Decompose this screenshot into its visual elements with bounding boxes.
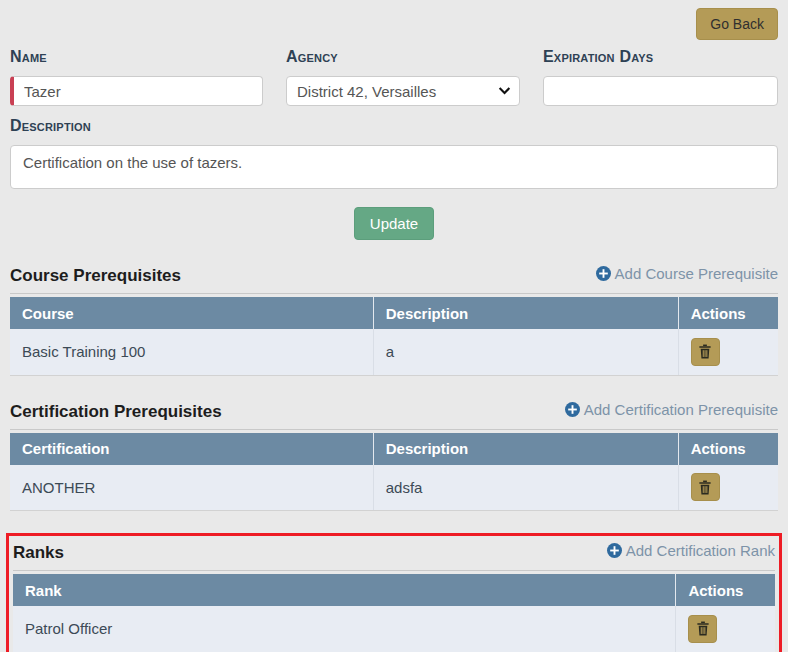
certification-prerequisites-header: Certification Prerequisites Add Certific… bbox=[10, 401, 778, 430]
course-cell: Basic Training 100 bbox=[10, 329, 373, 375]
actions-cell bbox=[678, 465, 778, 511]
top-bar: Go Back bbox=[10, 8, 778, 40]
plus-circle-icon bbox=[607, 543, 622, 558]
delete-course-prerequisite-button[interactable] bbox=[691, 338, 720, 366]
course-prerequisites-title: Course Prerequisites bbox=[10, 266, 181, 286]
update-row: Update bbox=[10, 207, 778, 240]
course-prerequisites-header: Course Prerequisites Add Course Prerequi… bbox=[10, 265, 778, 294]
certification-edit-page: Go Back Name Agency District 42, Versail… bbox=[0, 0, 788, 652]
column-header-actions: Actions bbox=[678, 433, 778, 465]
add-course-prerequisite-label: Add Course Prerequisite bbox=[615, 265, 778, 282]
course-prerequisites-section: Course Prerequisites Add Course Prerequi… bbox=[10, 265, 778, 376]
add-certification-prerequisite-link[interactable]: Add Certification Prerequisite bbox=[565, 401, 778, 418]
expiration-days-input[interactable] bbox=[543, 76, 778, 106]
description-label: Description bbox=[10, 117, 778, 135]
ranks-section: Ranks Add Certification Rank Rank bbox=[13, 542, 775, 652]
add-course-prerequisite-link[interactable]: Add Course Prerequisite bbox=[596, 265, 778, 282]
ranks-table: Rank Actions Patrol Officer bbox=[13, 574, 775, 652]
description-field-group: Description Certification on the use of … bbox=[10, 117, 778, 189]
table-row: Patrol Officer bbox=[13, 606, 775, 652]
column-header-description: Description bbox=[373, 433, 678, 465]
plus-circle-icon bbox=[596, 266, 611, 281]
add-certification-rank-label: Add Certification Rank bbox=[626, 542, 775, 559]
certification-prerequisites-table: Certification Description Actions ANOTHE… bbox=[10, 433, 778, 512]
column-header-course: Course bbox=[10, 297, 373, 329]
go-back-button[interactable]: Go Back bbox=[696, 8, 778, 40]
table-header-row: Course Description Actions bbox=[10, 297, 778, 329]
certification-prerequisites-section: Certification Prerequisites Add Certific… bbox=[10, 401, 778, 512]
ranks-highlight-box: Ranks Add Certification Rank Rank bbox=[6, 533, 782, 652]
column-header-rank: Rank bbox=[13, 574, 676, 606]
actions-cell bbox=[678, 329, 778, 375]
column-header-actions: Actions bbox=[676, 574, 775, 606]
trash-icon bbox=[698, 480, 712, 495]
column-header-description: Description bbox=[373, 297, 678, 329]
description-cell: a bbox=[373, 329, 678, 375]
certification-cell: ANOTHER bbox=[10, 465, 373, 511]
update-button[interactable]: Update bbox=[354, 207, 434, 240]
expiration-days-field-group: Expiration Days bbox=[543, 48, 778, 106]
name-input[interactable] bbox=[10, 76, 263, 106]
trash-icon bbox=[696, 621, 710, 636]
table-header-row: Certification Description Actions bbox=[10, 433, 778, 465]
certification-prerequisites-title: Certification Prerequisites bbox=[10, 402, 222, 422]
ranks-title: Ranks bbox=[13, 543, 64, 563]
name-field-group: Name bbox=[10, 48, 263, 106]
agency-label: Agency bbox=[286, 48, 520, 66]
name-label: Name bbox=[10, 48, 263, 66]
course-prerequisites-table: Course Description Actions Basic Trainin… bbox=[10, 297, 778, 376]
plus-circle-icon bbox=[565, 402, 580, 417]
expiration-days-label: Expiration Days bbox=[543, 48, 778, 66]
column-header-certification: Certification bbox=[10, 433, 373, 465]
table-row: Basic Training 100 a bbox=[10, 329, 778, 375]
add-certification-rank-link[interactable]: Add Certification Rank bbox=[607, 542, 775, 559]
delete-rank-button[interactable] bbox=[688, 615, 717, 643]
table-header-row: Rank Actions bbox=[13, 574, 775, 606]
table-row: ANOTHER adsfa bbox=[10, 465, 778, 511]
delete-certification-prerequisite-button[interactable] bbox=[691, 473, 720, 501]
add-certification-prerequisite-label: Add Certification Prerequisite bbox=[584, 401, 778, 418]
description-textarea[interactable]: Certification on the use of tazers. bbox=[10, 145, 778, 189]
description-cell: adsfa bbox=[373, 465, 678, 511]
ranks-header: Ranks Add Certification Rank bbox=[13, 542, 775, 571]
form-fields-row: Name Agency District 42, Versailles Expi… bbox=[10, 48, 778, 106]
trash-icon bbox=[698, 344, 712, 359]
agency-select[interactable]: District 42, Versailles bbox=[286, 76, 520, 106]
actions-cell bbox=[676, 606, 775, 652]
agency-field-group: Agency District 42, Versailles bbox=[286, 48, 520, 106]
column-header-actions: Actions bbox=[678, 297, 778, 329]
rank-cell: Patrol Officer bbox=[13, 606, 676, 652]
